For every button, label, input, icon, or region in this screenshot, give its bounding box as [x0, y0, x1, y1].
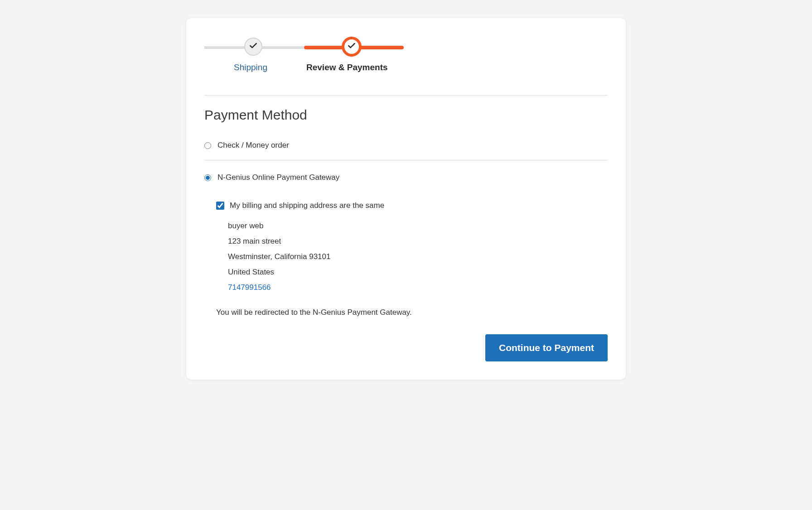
payment-method-row-check[interactable]: Check / Money order — [204, 141, 608, 160]
step-label-shipping[interactable]: Shipping — [234, 63, 267, 72]
check-icon — [347, 41, 356, 52]
checkout-card: Shipping Review & Payments Payment Metho… — [186, 18, 626, 380]
section-divider — [204, 95, 608, 96]
checkout-progress: Shipping Review & Payments — [204, 36, 404, 41]
action-bar: Continue to Payment — [204, 334, 608, 361]
address-country: United States — [228, 265, 608, 280]
payment-label-check: Check / Money order — [218, 141, 289, 150]
method-separator — [204, 160, 608, 160]
payment-radio-check[interactable] — [204, 142, 211, 149]
address-street: 123 main street — [228, 234, 608, 249]
progress-track — [204, 45, 404, 50]
progress-node-shipping[interactable] — [244, 38, 262, 56]
billing-same-label: My billing and shipping address are the … — [230, 201, 384, 210]
billing-address-block: buyer web 123 main street Westminster, C… — [228, 218, 608, 295]
payment-method-row-ngenius[interactable]: N-Genius Online Payment Gateway — [204, 173, 608, 192]
payment-method-heading: Payment Method — [204, 107, 608, 123]
address-city-region-postal: Westminster, California 93101 — [228, 249, 608, 265]
progress-node-review — [342, 37, 362, 57]
address-phone[interactable]: 7147991566 — [228, 280, 608, 295]
redirect-note: You will be redirected to the N-Genius P… — [216, 308, 608, 317]
check-icon — [249, 41, 258, 52]
continue-to-payment-button[interactable]: Continue to Payment — [485, 334, 608, 361]
payment-label-ngenius: N-Genius Online Payment Gateway — [218, 173, 339, 182]
step-label-review: Review & Payments — [306, 63, 388, 72]
address-name: buyer web — [228, 218, 608, 234]
billing-same-checkbox[interactable] — [216, 202, 224, 210]
billing-same-row: My billing and shipping address are the … — [216, 201, 608, 210]
payment-radio-ngenius[interactable] — [204, 174, 211, 181]
